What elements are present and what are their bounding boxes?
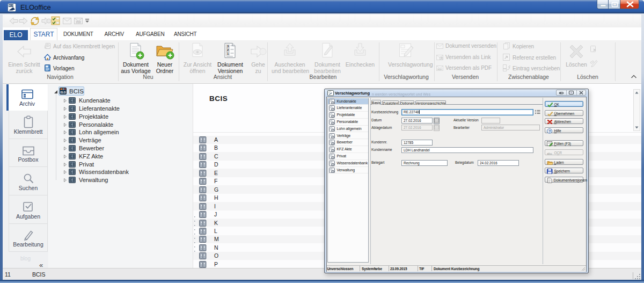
svg-text:PDF: PDF bbox=[76, 21, 81, 24]
svg-text:?: ? bbox=[548, 129, 551, 134]
svg-text:PDF: PDF bbox=[437, 68, 442, 70]
svg-text:ELO: ELO bbox=[60, 91, 65, 94]
svg-text:abc: abc bbox=[547, 152, 552, 155]
svg-text:ELO: ELO bbox=[9, 4, 14, 7]
